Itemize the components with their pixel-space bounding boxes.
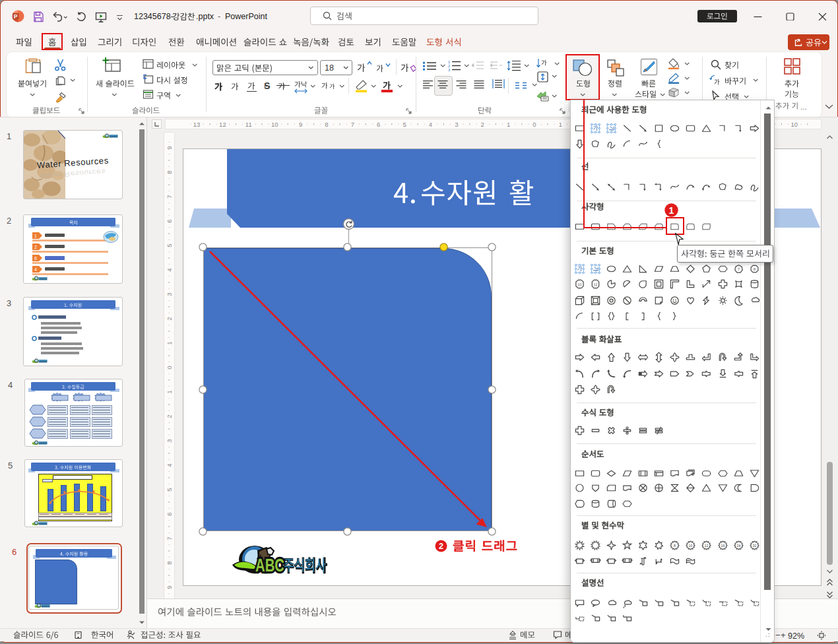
svg-text:10: 10	[689, 543, 693, 547]
svg-text:7: 7	[737, 266, 740, 271]
svg-text:12: 12	[219, 121, 226, 128]
svg-text:8: 8	[325, 121, 328, 128]
svg-text:16: 16	[721, 543, 725, 547]
svg-text:3: 3	[448, 68, 450, 71]
svg-text:6: 6	[166, 219, 173, 222]
svg-text:3: 3	[166, 439, 173, 442]
svg-text:6: 6	[166, 512, 173, 515]
svg-text:4: 4	[166, 463, 173, 467]
svg-text:4: 4	[166, 268, 173, 271]
svg-text:9: 9	[299, 121, 302, 128]
svg-text:ABC: ABC	[255, 556, 284, 575]
svg-text:2: 2	[481, 121, 484, 128]
svg-text:8: 8	[166, 561, 173, 564]
svg-text:1: 1	[669, 205, 674, 216]
svg-text:1: 1	[559, 121, 562, 128]
svg-text:10: 10	[271, 121, 278, 128]
svg-text:9: 9	[166, 146, 173, 149]
svg-text:5: 5	[166, 243, 173, 247]
svg-text:4: 4	[34, 267, 37, 272]
svg-text:1: 1	[507, 121, 510, 128]
svg-text:1: 1	[166, 341, 173, 344]
svg-text:10: 10	[578, 282, 582, 286]
svg-text:1: 1	[34, 234, 37, 238]
svg-text:0: 0	[166, 366, 173, 369]
svg-text:7: 7	[166, 536, 173, 540]
svg-text:5: 5	[403, 121, 406, 128]
svg-text:2: 2	[34, 245, 37, 249]
svg-text:24: 24	[736, 543, 740, 547]
svg-text:10: 10	[791, 121, 798, 128]
svg-text:2: 2	[166, 317, 173, 320]
svg-text:3: 3	[166, 292, 173, 296]
svg-text:8: 8	[753, 266, 756, 271]
svg-text:12: 12	[705, 543, 709, 547]
svg-text:4: 4	[429, 121, 432, 128]
svg-text:2: 2	[439, 542, 443, 551]
svg-text:6: 6	[377, 121, 380, 128]
svg-text:2: 2	[166, 414, 173, 418]
svg-text:0: 0	[532, 121, 536, 128]
svg-text:5: 5	[166, 488, 173, 491]
svg-text:P: P	[14, 13, 18, 20]
svg-text:8: 8	[166, 170, 173, 174]
svg-text:3: 3	[455, 121, 458, 128]
svg-text:12: 12	[594, 282, 598, 286]
svg-text:9: 9	[166, 585, 173, 589]
svg-text:1: 1	[166, 390, 173, 393]
svg-text:8: 8	[674, 543, 676, 547]
svg-text:7: 7	[166, 195, 173, 198]
svg-text:32: 32	[752, 543, 756, 547]
svg-text:11: 11	[245, 121, 252, 128]
svg-text:6: 6	[34, 256, 37, 261]
svg-text:13: 13	[193, 121, 201, 128]
svg-text:7: 7	[351, 121, 354, 128]
